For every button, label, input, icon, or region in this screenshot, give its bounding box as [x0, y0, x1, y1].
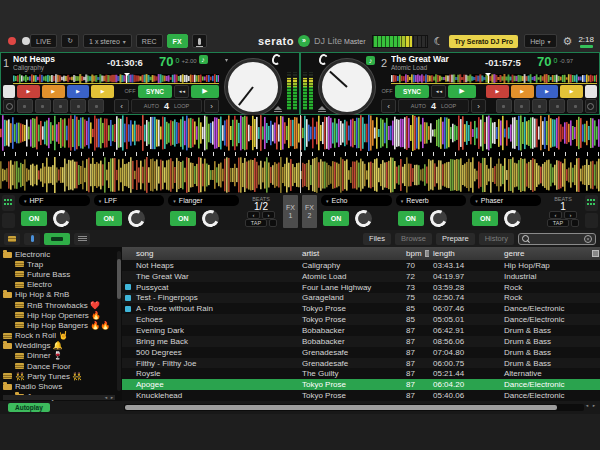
fx-slot-dropdown[interactable]: ▾HPF	[19, 195, 90, 206]
scroll-left-icon[interactable]: ◄	[104, 395, 108, 400]
play-button[interactable]: ▶	[448, 85, 476, 99]
sidebar-item-electronic[interactable]: Electronic	[3, 249, 116, 259]
table-row[interactable]: The Great WarAtomic Load7204:19.97Indust…	[122, 271, 600, 282]
sidebar-item-rnb-throwbacks[interactable]: RnB Throwbacks ❤️	[3, 300, 116, 310]
table-row[interactable]: KnuckleheadTokyo Prose8705:40.06Dance/El…	[122, 390, 600, 401]
night-mode-icon[interactable]: ☾	[434, 36, 444, 47]
table-horizontal-scrollbar[interactable]	[124, 404, 584, 411]
cue-monitor-pad[interactable]	[3, 85, 15, 99]
table-row[interactable]: EchoesTokyo Prose8505:05.01Dance/Electro…	[122, 314, 600, 325]
fx-collapse-button[interactable]	[2, 213, 15, 229]
jog-wheel[interactable]	[225, 59, 281, 115]
hot-cue-pad-3[interactable]: ▶	[67, 85, 90, 99]
sidebar-horizontal-scrollbar[interactable]: ◄ ►	[3, 395, 115, 400]
auto-loop-control[interactable]: AUTO 4 LOOP	[398, 99, 469, 113]
fx-on-button[interactable]: ON	[170, 211, 196, 226]
tap-reset-button[interactable]	[571, 219, 579, 227]
loop-double-button[interactable]: ›	[204, 99, 219, 113]
sync-button[interactable]: SYNC	[395, 85, 429, 99]
table-row[interactable]: Not HeapsCaligraphy7003:43.14Hip Hop/Rap	[122, 260, 600, 271]
sidebar-item-dance-floor[interactable]: Dance Floor	[3, 361, 116, 371]
column-header-bpm[interactable]: bpm	[402, 249, 429, 258]
performance-pad-1[interactable]	[496, 99, 512, 113]
headphone-cue-icon[interactable]	[272, 54, 281, 65]
fx-depth-knob[interactable]	[128, 210, 145, 227]
mic-button[interactable]	[192, 34, 207, 48]
chevron-down-icon[interactable]: ▾	[225, 56, 228, 63]
fx-1-tab[interactable]: FX1	[283, 195, 298, 228]
scroll-right-icon[interactable]: ►	[110, 395, 114, 400]
fx-slot-dropdown[interactable]: ▾Flanger	[168, 195, 239, 206]
tap-tempo-button[interactable]: TAP	[245, 219, 267, 227]
performance-pad-4[interactable]	[70, 99, 86, 113]
fx-depth-knob[interactable]	[355, 210, 372, 227]
sidebar-item-trap[interactable]: Trap	[3, 259, 116, 269]
table-row[interactable]: Bring me BackBobabacker8708:56.06Drum & …	[122, 336, 600, 347]
hot-cue-pad-1[interactable]: ▶	[486, 85, 509, 99]
beats-decrease-button[interactable]: ‹	[247, 211, 260, 219]
table-row[interactable]: Evening DarkBobabacker8706:42.91Drum & B…	[122, 325, 600, 336]
loop-record-icon[interactable]: ↻	[61, 34, 79, 48]
try-serato-dj-pro-button[interactable]: Try Serato DJ Pro	[449, 35, 518, 48]
add-crate-button[interactable]	[4, 233, 20, 245]
fx-slot-dropdown[interactable]: ▾LPF	[94, 195, 165, 206]
performance-pad-3[interactable]	[532, 99, 548, 113]
performance-pad-5[interactable]	[88, 99, 104, 113]
beats-increase-button[interactable]: ›	[564, 211, 577, 219]
eject-icon[interactable]	[274, 106, 282, 113]
fx-depth-knob[interactable]	[53, 210, 70, 227]
rec-button[interactable]: REC	[136, 34, 163, 48]
sidebar-item-hip-hop-openers[interactable]: Hip Hop Openers 🔥	[3, 310, 116, 320]
autoplay-button[interactable]: Autoplay	[8, 403, 50, 412]
jog-wheel[interactable]	[319, 59, 375, 115]
fx-on-button[interactable]: ON	[21, 211, 47, 226]
table-row[interactable]: RoysleThe Guilty8705:21.44Alternative	[122, 368, 600, 379]
mic-panel-button[interactable]	[24, 233, 40, 245]
scroll-left-icon[interactable]: ◄	[585, 403, 589, 408]
list-view-button[interactable]	[74, 233, 90, 245]
library-view-toggle-active[interactable]	[44, 233, 70, 245]
hot-cue-pad-1[interactable]: ▶	[17, 85, 40, 99]
table-row[interactable]: PussycatFour Lane Highway7303:59.28Rock	[122, 282, 600, 293]
fx-on-button[interactable]: ON	[472, 211, 498, 226]
fx-on-button[interactable]: ON	[398, 211, 424, 226]
fx-toggle-button[interactable]: FX	[167, 34, 188, 48]
hot-cue-pad-2[interactable]: ▶	[511, 85, 534, 99]
fx-depth-knob[interactable]	[202, 210, 219, 227]
performance-pad-2[interactable]	[35, 99, 51, 113]
fx-2-tab[interactable]: FX2	[302, 195, 317, 228]
hot-cue-pad-3[interactable]: ▶	[536, 85, 559, 99]
previous-track-button[interactable]: ◄◄	[431, 85, 446, 99]
fx-on-button[interactable]: ON	[323, 211, 349, 226]
browse-button[interactable]: Browse	[395, 233, 432, 245]
clear-search-icon[interactable]: ×	[584, 235, 592, 243]
help-dropdown[interactable]: Help▾	[524, 34, 556, 48]
track-overview-waveform[interactable]	[391, 74, 597, 83]
tap-tempo-button[interactable]: TAP	[547, 219, 569, 227]
table-row[interactable]: Filthy - Filthy JoeGrenadesafe8706:00.75…	[122, 358, 600, 369]
close-window-icon[interactable]	[8, 37, 16, 45]
sidebar-item-party-tunes[interactable]: 👯 Party Tunes 👯	[3, 371, 116, 381]
files-button[interactable]: Files	[363, 233, 391, 245]
play-button[interactable]: ▶	[191, 85, 219, 99]
sync-off-label[interactable]: OFF	[381, 88, 393, 94]
loop-indicator-pad[interactable]	[585, 99, 597, 113]
loop-double-button[interactable]: ›	[471, 99, 486, 113]
fx-depth-knob[interactable]	[504, 210, 521, 227]
performance-pad-2[interactable]	[514, 99, 530, 113]
column-options-button[interactable]	[591, 250, 600, 257]
audio-config-dropdown[interactable]: 1 x stereo▾	[83, 34, 132, 48]
prepare-button[interactable]: Prepare	[436, 233, 475, 245]
beats-increase-button[interactable]: ›	[262, 211, 275, 219]
fx-mode-toggle[interactable]	[585, 195, 598, 211]
sidebar-item-radio-shows[interactable]: Radio Shows	[3, 381, 116, 391]
scroll-right-icon[interactable]: ►	[592, 403, 596, 408]
track-overview-waveform[interactable]	[13, 74, 219, 83]
auto-loop-control[interactable]: AUTO 4 LOOP	[131, 99, 202, 113]
performance-pad-1[interactable]	[17, 99, 33, 113]
sidebar-item-hip-hop-bangers[interactable]: Hip Hop Bangers 🔥🔥	[3, 320, 116, 330]
table-row[interactable]: Test - FingerpopsGarageland7502:50.74Roc…	[122, 293, 600, 304]
sidebar-item-electro[interactable]: Electro	[3, 280, 116, 290]
fx-collapse-button[interactable]	[585, 213, 598, 229]
column-header-song[interactable]: song	[122, 249, 298, 258]
